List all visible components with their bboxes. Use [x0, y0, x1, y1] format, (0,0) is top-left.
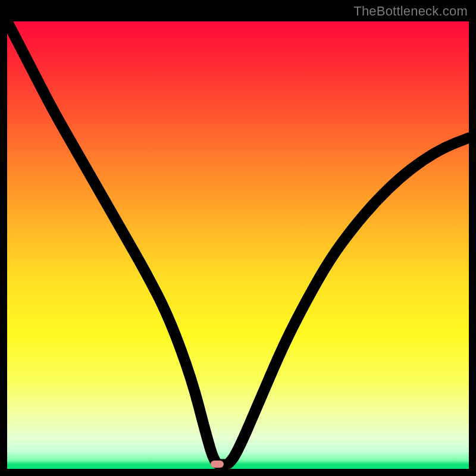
bottleneck-curve — [7, 21, 469, 464]
plot-frame — [7, 21, 469, 469]
chart-container: TheBottleneck.com — [0, 0, 476, 476]
optimum-marker — [211, 461, 224, 468]
watermark-text: TheBottleneck.com — [353, 4, 468, 19]
curve-layer — [7, 21, 469, 469]
